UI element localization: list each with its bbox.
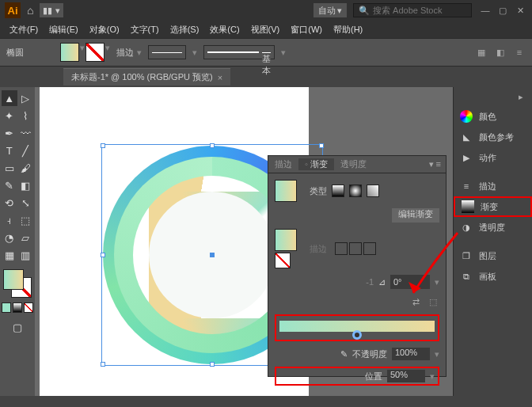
stroke-icon: ≡ bbox=[460, 180, 473, 192]
stroke-mode-3[interactable] bbox=[363, 242, 376, 255]
position-label: 位置 bbox=[365, 371, 382, 382]
rotate-tool[interactable]: ⟲ bbox=[2, 195, 17, 211]
mini-swatch-gradient[interactable] bbox=[13, 302, 22, 313]
pen-tool[interactable]: ✒ bbox=[2, 125, 17, 141]
color-picker[interactable] bbox=[3, 269, 32, 298]
screen-mode-tool[interactable]: ▢ bbox=[10, 319, 25, 335]
lasso-tool[interactable]: ⌇ bbox=[18, 108, 34, 124]
more-icon[interactable]: ≡ bbox=[513, 46, 526, 59]
panel-actions[interactable]: ▶动作 bbox=[454, 147, 532, 168]
curvature-tool[interactable]: 〰 bbox=[18, 125, 34, 141]
tab-close-icon[interactable]: × bbox=[218, 73, 222, 82]
perspective-tool[interactable]: ▱ bbox=[18, 230, 34, 245]
gradient-slider-wrap bbox=[275, 314, 439, 341]
aspect-icon[interactable]: ⬚ bbox=[427, 295, 439, 308]
opacity-input[interactable]: 100% bbox=[392, 348, 430, 360]
gradient-tool[interactable]: ▥ bbox=[18, 247, 34, 263]
edit-gradient-button[interactable]: 编辑渐变 bbox=[392, 208, 439, 223]
home-icon[interactable]: ⌂ bbox=[27, 4, 33, 17]
line-tool[interactable]: ╱ bbox=[18, 143, 34, 158]
scale-tool[interactable]: ⤡ bbox=[18, 195, 34, 211]
brush-tool[interactable]: 🖌 bbox=[18, 160, 34, 176]
stroke-mode-2[interactable] bbox=[349, 242, 362, 255]
panel-opacity[interactable]: ◑透明度 bbox=[454, 217, 532, 238]
fill-swatch[interactable] bbox=[60, 43, 79, 62]
document-tab[interactable]: 未标题-1* @ 100% (RGB/GPU 预览) × bbox=[63, 68, 230, 86]
brush-preview[interactable] bbox=[148, 45, 186, 59]
shape-builder-tool[interactable]: ◔ bbox=[2, 230, 17, 245]
view-selector[interactable]: ▮▮ ▾ bbox=[40, 3, 63, 17]
panel-layers[interactable]: ❐图层 bbox=[454, 245, 532, 266]
menu-help[interactable]: 帮助(H) bbox=[329, 22, 367, 37]
toolbar: ▲▷ ✦⌇ ✒〰 T╱ ▭🖌 ✎◧ ⟲⤡ ⫞⬚ ◔▱ ▦▥ ▢ bbox=[0, 87, 35, 396]
menu-file[interactable]: 文件(F) bbox=[5, 22, 43, 37]
gradient-slider[interactable] bbox=[279, 321, 435, 332]
type-label: 类型 bbox=[310, 185, 327, 197]
tab-title: 未标题-1* @ 100% (RGB/GPU 预览) bbox=[71, 71, 213, 83]
reverse-gradient-icon[interactable]: ⇄ bbox=[409, 295, 422, 308]
type-tool[interactable]: T bbox=[2, 143, 17, 158]
shaper-tool[interactable]: ✎ bbox=[2, 177, 17, 193]
width-tool[interactable]: ⫞ bbox=[2, 212, 17, 228]
transform-icon[interactable]: ◧ bbox=[494, 46, 507, 59]
mini-swatch-none[interactable] bbox=[24, 302, 33, 313]
artboards-icon: ⧉ bbox=[460, 270, 473, 283]
palette-icon bbox=[460, 110, 473, 123]
search-stock-input[interactable]: 🔍 搜索 Adobe Stock bbox=[353, 3, 472, 17]
menu-object[interactable]: 对象(O) bbox=[85, 22, 124, 37]
menu-edit[interactable]: 编辑(E) bbox=[44, 22, 83, 37]
panel-color-guide[interactable]: ◣颜色参考 bbox=[454, 127, 532, 147]
position-input[interactable]: 50% bbox=[387, 370, 425, 382]
panel-column: ▸ 颜色 ◣颜色参考 ▶动作 ≡描边 渐变 ◑透明度 ❐图层 ⧉画板 bbox=[453, 87, 532, 396]
opacity-label: 不透明度 bbox=[352, 348, 387, 360]
minimize-icon[interactable]: — bbox=[478, 5, 492, 16]
eraser-tool[interactable]: ◧ bbox=[18, 177, 34, 193]
maximize-icon[interactable]: ▢ bbox=[496, 5, 510, 16]
align-icon[interactable]: ▦ bbox=[475, 46, 488, 59]
menu-type[interactable]: 文字(T) bbox=[126, 22, 164, 37]
direct-select-tool[interactable]: ▷ bbox=[18, 90, 34, 106]
workspace-switcher[interactable]: 自动 ▾ bbox=[314, 3, 347, 17]
mini-swatch-solid[interactable] bbox=[2, 302, 11, 313]
close-icon[interactable]: ✕ bbox=[513, 5, 527, 16]
titlebar: Ai ⌂ ▮▮ ▾ 自动 ▾ 🔍 搜索 Adobe Stock — ▢ ✕ bbox=[0, 0, 532, 21]
layers-icon: ❐ bbox=[460, 249, 473, 262]
play-icon: ▶ bbox=[460, 151, 473, 164]
stroke-none-swatch[interactable] bbox=[275, 253, 291, 268]
menu-window[interactable]: 窗口(W) bbox=[286, 22, 327, 37]
opacity-icon: ◑ bbox=[460, 221, 473, 234]
tab-gradient[interactable]: ◦ 渐变 bbox=[298, 158, 334, 170]
radial-gradient-button[interactable] bbox=[349, 184, 362, 197]
panel-stroke[interactable]: ≡描边 bbox=[454, 176, 532, 196]
freeform-gradient-button[interactable] bbox=[367, 184, 379, 197]
magic-wand-tool[interactable]: ✦ bbox=[2, 108, 17, 124]
menu-select[interactable]: 选择(S) bbox=[165, 22, 204, 37]
stroke-mode-1[interactable] bbox=[335, 242, 348, 255]
gradient-preview[interactable] bbox=[275, 180, 297, 202]
color-guide-icon: ◣ bbox=[460, 131, 473, 143]
eyedropper-icon[interactable]: ✎ bbox=[340, 349, 348, 359]
angle-input[interactable]: 0° bbox=[390, 275, 430, 289]
statusbar bbox=[0, 396, 532, 407]
free-transform-tool[interactable]: ⬚ bbox=[18, 212, 34, 228]
rectangle-tool[interactable]: ▭ bbox=[2, 160, 17, 176]
tab-opacity[interactable]: 透明度 bbox=[334, 158, 373, 170]
selection-tool[interactable]: ▲ bbox=[2, 90, 17, 106]
mesh-tool[interactable]: ▦ bbox=[2, 247, 17, 263]
menu-effect[interactable]: 效果(C) bbox=[205, 22, 244, 37]
gradient-panel: 描边 ◦ 渐变 透明度 ▾ ≡ 类型 编辑渐变 描边 bbox=[268, 155, 446, 377]
stroke-profile[interactable]: 基本 bbox=[203, 45, 275, 59]
tab-stroke[interactable]: 描边 bbox=[268, 158, 298, 170]
panel-menu-icon[interactable]: ▾ ≡ bbox=[424, 159, 446, 169]
gradient-stop[interactable] bbox=[352, 330, 362, 340]
panel-color[interactable]: 颜色 bbox=[454, 106, 532, 127]
panel-gradient[interactable]: 渐变 bbox=[454, 196, 532, 217]
linear-gradient-button[interactable] bbox=[332, 184, 344, 197]
stroke-gradient-swatch[interactable] bbox=[275, 229, 297, 251]
stroke-swatch[interactable] bbox=[86, 43, 104, 62]
menu-view[interactable]: 视图(V) bbox=[246, 22, 285, 37]
stroke-apply-label: 描边 bbox=[310, 243, 327, 255]
panel-artboards[interactable]: ⧉画板 bbox=[454, 266, 532, 287]
panel-collapse-icon[interactable]: ▸ bbox=[515, 90, 527, 103]
gradient-icon bbox=[462, 200, 474, 213]
